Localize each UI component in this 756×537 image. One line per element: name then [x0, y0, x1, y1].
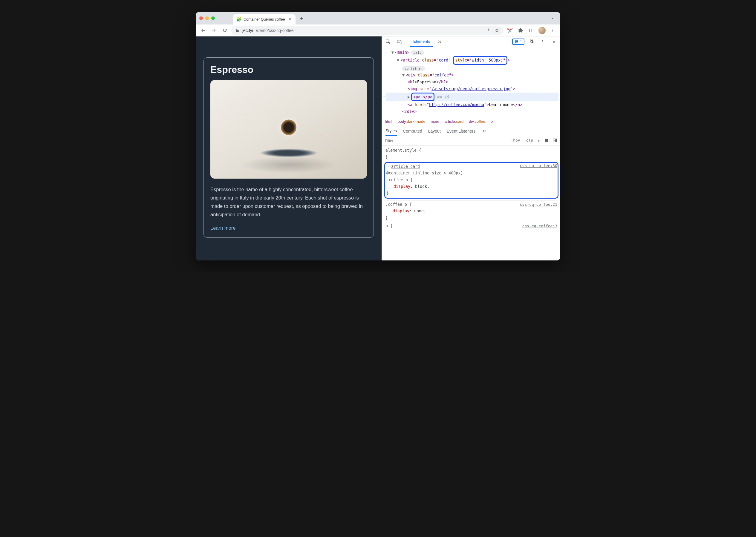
styles-rules[interactable]: element.style { } → article.card @contai…: [382, 145, 560, 261]
new-tab-button[interactable]: ＋: [297, 14, 306, 22]
tab-title: Container Queries coffee: [244, 17, 285, 21]
more-subtabs-button[interactable]: [480, 127, 489, 136]
devtools-close-button[interactable]: [550, 37, 558, 46]
rendered-page: Espresso Espresso is the name of a highl…: [196, 36, 381, 261]
close-tab-button[interactable]: ✕: [288, 17, 292, 22]
rule-container-query[interactable]: → article.card @container (inline-size >…: [384, 162, 558, 201]
hov-toggle[interactable]: :hov: [511, 138, 520, 144]
content-area: Espresso Espresso is the name of a highl…: [196, 36, 560, 261]
url-host: jec.fyi: [242, 28, 253, 33]
arrow-left-icon: [200, 28, 206, 33]
highlight-p-node: <p>…</p>: [411, 93, 434, 101]
crumb[interactable]: html: [385, 119, 392, 124]
chevrons-right-icon: [437, 40, 442, 44]
tabs-dropdown-button[interactable]: [548, 14, 557, 22]
espresso-image: [210, 80, 367, 179]
rule-p[interactable]: p { css-cq-coffee:3: [384, 222, 558, 230]
svg-point-10: [542, 42, 543, 43]
tab-event-listeners[interactable]: Event Listeners: [447, 129, 476, 134]
window-controls: [199, 17, 215, 20]
puzzle-icon: [518, 28, 523, 33]
svg-rect-7: [400, 41, 402, 44]
selected-dom-node[interactable]: ▶<p>…</p> == $0: [386, 93, 558, 101]
address-bar[interactable]: jec.fyi/demo/css-cq-coffee: [231, 26, 504, 35]
tab-layout[interactable]: Layout: [428, 129, 441, 134]
side-panel-button[interactable]: [527, 26, 536, 35]
reload-icon: [222, 28, 227, 33]
styles-filter-input[interactable]: [385, 139, 508, 143]
back-button[interactable]: [199, 26, 208, 35]
titlebar: 🧩 Container Queries coffee ✕ ＋: [196, 12, 560, 24]
devtools-panel: Elements 1 ▼<ma: [381, 36, 560, 261]
crumb[interactable]: article.card: [445, 119, 464, 124]
url-path: /demo/css-cq-coffee: [256, 28, 294, 33]
crumb[interactable]: p: [491, 119, 493, 124]
kebab-icon: [541, 40, 545, 44]
cls-toggle[interactable]: .cls: [524, 138, 533, 144]
sidebar-toggle-icon[interactable]: [553, 138, 557, 143]
rule-source-link[interactable]: css-cq-coffee:3: [522, 223, 557, 229]
tab-styles[interactable]: Styles: [385, 126, 397, 136]
styles-subtabs: Styles Computed Layout Event Listeners: [382, 126, 560, 136]
inspect-icon: [385, 39, 391, 45]
device-toolbar-button[interactable]: [395, 37, 404, 46]
zoom-window-button[interactable]: [211, 17, 215, 20]
profile-button[interactable]: [538, 26, 547, 35]
chat-icon: [514, 40, 519, 44]
tab-computed[interactable]: Computed: [403, 129, 422, 134]
gear-icon: [529, 39, 534, 44]
toolbar: jec.fyi/demo/css-cq-coffee ✂️: [196, 24, 560, 36]
star-icon[interactable]: [495, 28, 499, 33]
crumb[interactable]: div.coffee: [469, 119, 485, 124]
crumb[interactable]: main: [431, 119, 439, 124]
svg-point-4: [553, 31, 554, 32]
chevron-down-icon: [551, 16, 555, 20]
inspect-element-button[interactable]: [384, 37, 393, 46]
issues-count: 1: [520, 39, 522, 44]
browser-window: 🧩 Container Queries coffee ✕ ＋ jec.fyi/d…: [196, 12, 560, 261]
forward-button[interactable]: [209, 26, 218, 35]
lock-icon: [235, 28, 239, 32]
devices-icon: [397, 39, 402, 45]
svg-point-9: [542, 41, 543, 42]
dom-breadcrumbs[interactable]: html body.dark-mode main article.card di…: [382, 117, 560, 126]
new-rule-button[interactable]: ＋: [537, 138, 541, 144]
tab-elements[interactable]: Elements: [410, 36, 433, 47]
more-tabs-button[interactable]: [435, 37, 444, 46]
highlight-style-attr: style="width: 500px;": [453, 56, 508, 64]
devtools-toolbar: Elements 1: [382, 36, 560, 47]
rule-source-link[interactable]: css-cq-coffee:21: [520, 201, 557, 208]
extensions-button[interactable]: [516, 26, 525, 35]
page-title: Espresso: [210, 64, 367, 75]
coffee-card: Espresso Espresso is the name of a highl…: [203, 57, 374, 238]
panel-icon: [529, 28, 534, 33]
rule-source-link[interactable]: css-cq-coffee:30: [520, 162, 557, 169]
dom-tree[interactable]: ▼<main>grid ▼<article class="card" style…: [382, 47, 560, 117]
svg-rect-0: [529, 29, 533, 32]
close-icon: [552, 40, 556, 44]
browser-tab[interactable]: 🧩 Container Queries coffee ✕: [233, 14, 295, 24]
chevrons-right-icon: [482, 129, 486, 133]
container-badge[interactable]: container: [402, 66, 425, 71]
reload-button[interactable]: [220, 26, 229, 35]
chrome-menu-button[interactable]: [548, 26, 557, 35]
crumb[interactable]: body.dark-mode: [398, 119, 425, 124]
scissors-extension-icon[interactable]: ✂️: [505, 26, 514, 35]
issues-badge[interactable]: 1: [512, 39, 524, 45]
share-icon[interactable]: [486, 28, 491, 33]
grid-badge[interactable]: grid: [411, 51, 424, 55]
rule-element-style[interactable]: element.style { }: [384, 146, 558, 162]
svg-point-2: [553, 29, 554, 29]
styles-filter-row: :hov .cls ＋: [382, 136, 560, 145]
svg-point-8: [542, 40, 543, 41]
rule-coffee-p[interactable]: .coffee p { css-cq-coffee:21 display: no…: [384, 201, 558, 223]
arrow-right-icon: [211, 28, 217, 33]
minimize-window-button[interactable]: [205, 17, 209, 20]
avatar-icon: [538, 27, 546, 34]
devtools-settings-button[interactable]: [527, 37, 536, 46]
brush-icon[interactable]: [544, 138, 549, 143]
page-description: Espresso is the name of a highly concent…: [210, 185, 367, 219]
close-window-button[interactable]: [199, 17, 203, 20]
devtools-menu-button[interactable]: [538, 37, 547, 46]
learn-more-link[interactable]: Learn more: [210, 225, 236, 230]
